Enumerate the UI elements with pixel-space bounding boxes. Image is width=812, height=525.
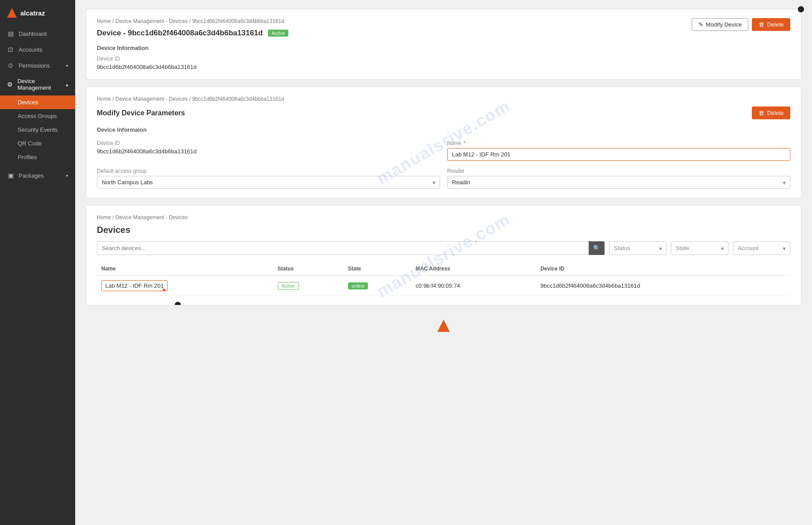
device-id-field: Device ID 9bcc1d6b2f464008a6c3d4b6ba1316… bbox=[97, 140, 440, 161]
col-device-id: Device ID bbox=[536, 262, 790, 276]
name-field: Name * bbox=[447, 140, 790, 161]
search-input[interactable] bbox=[97, 241, 605, 255]
default-access-group-label: Default access group bbox=[97, 168, 440, 174]
status-badge: Active bbox=[268, 30, 288, 37]
section-label-2: Device Informaion bbox=[97, 126, 790, 133]
cell-state: online bbox=[344, 276, 411, 296]
col-status: Status bbox=[273, 262, 344, 276]
dashboard-icon: ▤ bbox=[7, 30, 14, 37]
modify-device-button[interactable]: ✎ Modify Device bbox=[692, 18, 749, 31]
reader-label: Reader bbox=[447, 168, 790, 174]
col-state: State bbox=[344, 262, 411, 276]
trash-icon-2: 🗑 bbox=[758, 110, 764, 116]
status-badge-table: Active bbox=[278, 282, 299, 290]
cell-device-id: 9bcc1d6b2f464008a6c3d4b6ba13161d bbox=[536, 276, 790, 296]
modify-button-label: Modify Device bbox=[706, 21, 742, 28]
name-label: Name * bbox=[447, 140, 790, 146]
breadcrumb-3: Home / Device Management - Devices bbox=[97, 214, 790, 221]
devices-list-card: manualsrive.com Home / Device Management… bbox=[86, 205, 801, 305]
packages-icon: ▣ bbox=[7, 172, 14, 179]
logo-icon bbox=[7, 8, 17, 18]
sidebar-sub-item-profiles[interactable]: Profiles bbox=[0, 150, 75, 164]
modify-form-grid: Device ID 9bcc1d6b2f464008a6c3d4b6ba1316… bbox=[97, 140, 790, 189]
section-label: Device Information bbox=[97, 45, 790, 51]
col-mac: MAC Address bbox=[411, 262, 536, 276]
chevron-down-icon: ▾ bbox=[66, 173, 68, 178]
delete-button-2[interactable]: 🗑 Delete bbox=[752, 107, 790, 119]
sidebar-item-label: Packages bbox=[19, 172, 44, 179]
cell-status: Active bbox=[273, 276, 344, 296]
sidebar-item-permissions[interactable]: ⊙ Permissions ▾ bbox=[0, 57, 75, 73]
reader-wrapper: Readin bbox=[447, 176, 790, 189]
status-filter-wrapper: Status Active Inactive bbox=[609, 241, 666, 255]
delete-device-button[interactable]: 🗑 Delete bbox=[752, 18, 790, 31]
sidebar-item-device-management[interactable]: ⚙ Device Management ▴ bbox=[0, 73, 75, 95]
sidebar-sub-item-label: Devices bbox=[18, 99, 38, 106]
state-badge-table: online bbox=[348, 282, 368, 289]
sidebar-sub-item-devices[interactable]: Devices bbox=[0, 95, 75, 109]
reader-field: Reader Readin bbox=[447, 168, 790, 189]
sidebar-sub-item-qr-code[interactable]: QR Code bbox=[0, 137, 75, 150]
sidebar-item-dashboard[interactable]: ▤ Dashboard bbox=[0, 26, 75, 42]
footer-logo-icon bbox=[437, 320, 450, 332]
table-header: Name Status State MAC Address Device ID bbox=[97, 262, 790, 276]
default-access-group-select[interactable]: North Campus Labs bbox=[97, 176, 440, 189]
sidebar-sub-item-label: QR Code bbox=[18, 140, 42, 147]
breadcrumb: Home / Device Management - Devices / 9bc… bbox=[97, 18, 790, 24]
connector-dot-1 bbox=[798, 6, 804, 12]
device-title-row: Device - 9bcc1d6b2f464008a6c3d4b6ba13161… bbox=[97, 29, 790, 38]
main-content: Home / Device Management - Devices / 9bc… bbox=[75, 0, 812, 525]
chevron-down-icon: ▾ bbox=[66, 63, 68, 68]
sidebar-item-accounts[interactable]: ⊡ Accounts bbox=[0, 42, 75, 57]
device-id-form-label: Device ID bbox=[97, 140, 440, 146]
permissions-icon: ⊙ bbox=[7, 62, 14, 69]
search-wrapper: 🔍 bbox=[97, 241, 605, 255]
table-row: Lab M12 - IDF Rm 201 Active online c0:9b… bbox=[97, 276, 790, 296]
breadcrumb: Home / Device Management - Devices / 9bc… bbox=[97, 96, 790, 102]
delete-button-label: Delete bbox=[767, 21, 784, 28]
account-filter-select[interactable]: Account bbox=[733, 241, 790, 255]
sidebar-sub-item-label: Profiles bbox=[18, 154, 37, 160]
state-filter-wrapper: State online offline bbox=[671, 241, 728, 255]
card-action-buttons: ✎ Modify Device 🗑 Delete bbox=[692, 18, 790, 31]
required-marker: * bbox=[463, 140, 466, 146]
device-id-label: Device ID bbox=[97, 56, 790, 62]
state-filter-select[interactable]: State online offline bbox=[671, 241, 728, 255]
accounts-icon: ⊡ bbox=[7, 46, 14, 53]
device-id-form-value: 9bcc1d6b2f464008a6c3d4b6ba13161d bbox=[97, 148, 440, 155]
default-access-group-wrapper: North Campus Labs bbox=[97, 176, 440, 189]
name-cell-box[interactable]: Lab M12 - IDF Rm 201 bbox=[101, 280, 168, 291]
connector-dot-3 bbox=[175, 302, 181, 305]
trash-icon: 🗑 bbox=[758, 21, 764, 28]
footer-logo bbox=[86, 312, 801, 335]
sidebar-item-label: Device Management bbox=[17, 78, 61, 91]
sidebar-sub-item-label: Security Events bbox=[18, 126, 57, 133]
modify-device-card: manualsrive.com Home / Device Management… bbox=[86, 87, 801, 198]
search-button[interactable]: 🔍 bbox=[589, 241, 605, 255]
chevron-up-icon: ▴ bbox=[66, 82, 68, 87]
sidebar-sub-item-access-groups[interactable]: Access Groups bbox=[0, 109, 75, 123]
device-detail-card: Home / Device Management - Devices / 9bc… bbox=[86, 9, 801, 80]
sidebar: alcatraz ▤ Dashboard ⊡ Accounts ⊙ Permis… bbox=[0, 0, 75, 525]
sidebar-item-label: Accounts bbox=[19, 46, 42, 53]
account-filter-wrapper: Account bbox=[733, 241, 790, 255]
edit-icon: ✎ bbox=[698, 21, 703, 28]
status-filter-select[interactable]: Status Active Inactive bbox=[609, 241, 666, 255]
sidebar-sub-item-security-events[interactable]: Security Events bbox=[0, 123, 75, 137]
sidebar-item-label: Permissions bbox=[19, 62, 50, 69]
devices-toolbar: 🔍 Status Active Inactive State online of… bbox=[97, 241, 790, 255]
brand-logo: alcatraz bbox=[0, 0, 75, 26]
sidebar-item-label: Dashboard bbox=[19, 30, 47, 37]
cell-mac: c0:9b:f4:90:05:74 bbox=[411, 276, 536, 296]
delete-button-label-2: Delete bbox=[767, 110, 784, 116]
sidebar-item-packages[interactable]: ▣ Packages ▾ bbox=[0, 167, 75, 183]
reader-select[interactable]: Readin bbox=[447, 176, 790, 189]
device-management-icon: ⚙ bbox=[7, 81, 13, 88]
table-body: Lab M12 - IDF Rm 201 Active online c0:9b… bbox=[97, 276, 790, 296]
search-icon: 🔍 bbox=[593, 245, 601, 251]
name-input[interactable] bbox=[447, 148, 790, 161]
cell-name[interactable]: Lab M12 - IDF Rm 201 bbox=[97, 276, 273, 296]
device-id-value: 9bcc1d6b2f464008a6c3d4b6ba13161d bbox=[97, 64, 790, 70]
modify-card-title: Modify Device Parameters bbox=[97, 109, 185, 117]
brand-name: alcatraz bbox=[20, 9, 45, 17]
